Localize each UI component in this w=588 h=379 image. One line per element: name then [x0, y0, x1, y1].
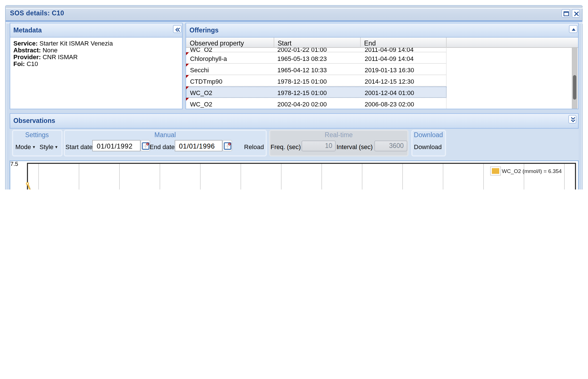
svg-text:7.0: 7.0: [10, 189, 18, 190]
svg-text:7.5: 7.5: [10, 160, 18, 167]
svg-text:WC_O2 (mmol/l) = 6.354: WC_O2 (mmol/l) = 6.354: [502, 168, 562, 174]
